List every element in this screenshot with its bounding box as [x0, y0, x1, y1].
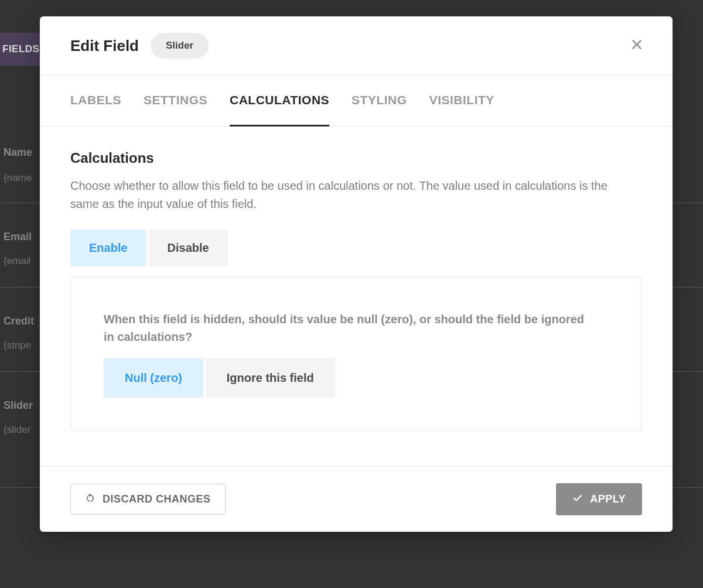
backdrop-item-token: {email — [4, 255, 30, 267]
backdrop-fields-tab: FIELDS — [0, 33, 42, 66]
modal-tabs: LABELS SETTINGS CALCULATIONS STYLING VIS… — [40, 76, 673, 127]
undo-icon — [85, 493, 95, 506]
backdrop-item-token: {slider — [4, 424, 30, 436]
calc-enable-toggle: Enable Disable — [70, 230, 642, 266]
modal-body: Calculations Choose whether to allow thi… — [40, 127, 673, 466]
hidden-behavior-question: When this field is hidden, should its va… — [104, 310, 590, 346]
section-title: Calculations — [70, 150, 642, 166]
field-type-badge: Slider — [151, 33, 209, 59]
apply-label: APPLY — [590, 493, 626, 505]
section-description: Choose whether to allow this field to be… — [70, 177, 639, 213]
hidden-behavior-panel: When this field is hidden, should its va… — [70, 277, 642, 431]
null-zero-button[interactable]: Null (zero) — [104, 358, 203, 398]
backdrop-sidebar: FIELDS Name {name Email {email Credit {s… — [0, 0, 41, 588]
tab-visibility[interactable]: VISIBILITY — [429, 76, 494, 127]
backdrop-item-label: Slider — [4, 399, 33, 412]
disable-button[interactable]: Disable — [149, 230, 228, 266]
tab-settings[interactable]: SETTINGS — [144, 76, 207, 127]
modal-title: Edit Field — [70, 37, 139, 55]
backdrop-item-token: {stripe — [4, 340, 31, 351]
backdrop-item-label: Name — [4, 146, 32, 159]
ignore-field-button[interactable]: Ignore this field — [206, 358, 335, 398]
apply-button[interactable]: APPLY — [556, 483, 642, 515]
edit-field-modal: Edit Field Slider LABELS SETTINGS CALCUL… — [40, 16, 673, 532]
tab-labels[interactable]: LABELS — [70, 76, 121, 127]
enable-button[interactable]: Enable — [70, 230, 146, 266]
discard-changes-button[interactable]: DISCARD CHANGES — [70, 484, 226, 515]
tab-styling[interactable]: STYLING — [352, 76, 407, 127]
check-icon — [572, 493, 583, 506]
backdrop-item-token: {name — [4, 172, 32, 184]
modal-footer: DISCARD CHANGES APPLY — [40, 466, 673, 532]
close-icon — [630, 38, 643, 53]
hidden-behavior-toggle: Null (zero) Ignore this field — [104, 358, 609, 398]
modal-header: Edit Field Slider — [40, 16, 673, 76]
discard-changes-label: DISCARD CHANGES — [103, 493, 211, 505]
tab-calculations[interactable]: CALCULATIONS — [230, 76, 329, 127]
close-button[interactable] — [630, 38, 643, 53]
backdrop-item-label: Credit — [4, 315, 34, 327]
backdrop-item-label: Email — [4, 231, 32, 243]
